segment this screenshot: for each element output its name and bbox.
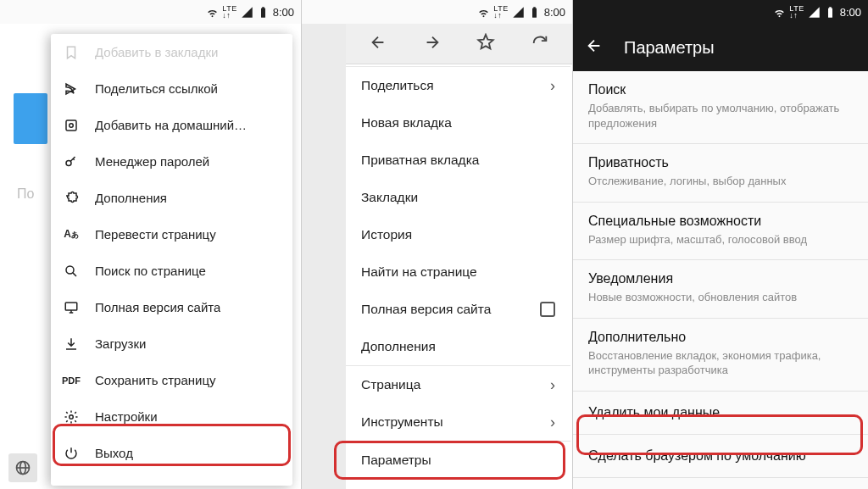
settings-section[interactable]: Специальные возможностиРазмер шрифта, ма… [573, 203, 868, 261]
network-indicator: LTE↓↑ [493, 5, 508, 19]
globe-button[interactable] [8, 453, 37, 482]
search-page-icon [63, 263, 80, 280]
settings-row[interactable]: Удалить мои данные [573, 392, 868, 435]
menu-item-home-add[interactable]: Добавить на домашний… [51, 107, 292, 143]
search-peek: По [17, 186, 34, 202]
section-subtitle: Новые возможности, обновления сайтов [588, 290, 853, 305]
battery-icon [824, 6, 837, 19]
menu-item-label: Настройки [95, 409, 158, 424]
section-subtitle: Отслеживание, логины, выбор данных [588, 174, 853, 189]
menu-item-label: Добавить на домашний… [95, 118, 247, 132]
menu-item-bookmark-outline[interactable]: Добавить в закладки [51, 34, 292, 70]
settings-section[interactable]: УведомленияНовые возможности, обновления… [573, 260, 868, 319]
menu-row[interactable]: Поделиться› [346, 67, 570, 104]
status-bar: LTE↓↑ 8:00 [302, 0, 572, 24]
menu-item-label: Менеджер паролей [95, 154, 209, 169]
share-icon [63, 81, 80, 97]
menu-row-label: Инструменты [361, 414, 443, 430]
screenshot-1: LTE↓↑ 8:00 По Добавить в закладкиПоделит… [0, 0, 302, 489]
star-icon [476, 33, 495, 52]
svg-point-5 [66, 266, 74, 274]
back-button[interactable] [351, 33, 405, 55]
bookmark-button[interactable] [459, 33, 514, 55]
gear-icon [63, 408, 80, 425]
menu-item-translate[interactable]: AあПеревести страницу [51, 216, 292, 253]
reload-button[interactable] [513, 33, 567, 55]
menu-row-label: Полная версия сайта [361, 302, 491, 317]
browser-menu-list: Поделиться›Новая вкладкаПриватная вкладк… [346, 66, 570, 489]
wifi-icon [773, 6, 786, 19]
key-icon [63, 153, 80, 170]
left-gutter [302, 24, 346, 489]
menu-row-label: Приватная вкладка [361, 153, 479, 168]
menu-row-label: Новая вкладка [361, 115, 452, 131]
settings-row[interactable]: Mozilla Firefox [573, 478, 868, 489]
globe-icon [14, 459, 31, 476]
status-time: 8:00 [840, 6, 861, 19]
menu-row[interactable]: Параметры [346, 442, 570, 479]
section-title: Уведомления [588, 271, 853, 286]
signal-icon [808, 6, 821, 19]
pdf-icon: PDF [63, 372, 80, 389]
menu-row-label: История [361, 227, 412, 242]
menu-row[interactable]: Справка [346, 479, 570, 489]
menu-row[interactable]: Дополнения [346, 328, 570, 365]
menu-item-gear[interactable]: Настройки [51, 398, 292, 435]
menu-row[interactable]: Найти на странице [346, 253, 570, 291]
svg-point-7 [70, 414, 74, 419]
screenshot-3: LTE↓↑ 8:00 Параметры ПоискДобавлять, выб… [573, 0, 868, 489]
menu-row[interactable]: История [346, 216, 570, 253]
chevron-right-icon: › [550, 414, 555, 431]
settings-section[interactable]: ПриватностьОтслеживание, логины, выбор д… [573, 144, 868, 203]
settings-row[interactable]: Сделать браузером по умолчанию [573, 435, 868, 478]
svg-point-3 [70, 123, 74, 127]
menu-row[interactable]: Приватная вкладка [346, 142, 570, 179]
menu-item-search-page[interactable]: Поиск по странице [51, 253, 292, 289]
svg-point-4 [66, 160, 71, 165]
network-indicator: LTE↓↑ [222, 5, 236, 19]
menu-row[interactable]: Закладки [346, 179, 570, 216]
forward-button[interactable] [405, 33, 459, 55]
menu-row-label: Закладки [361, 190, 418, 205]
menu-item-key[interactable]: Менеджер паролей [51, 143, 292, 180]
back-button[interactable] [585, 36, 604, 58]
menu-item-share[interactable]: Поделиться ссылкой [51, 70, 292, 107]
menu-item-label: Полная версия сайта [95, 300, 220, 314]
settings-list: ПоискДобавлять, выбирать по умолчанию, о… [573, 71, 868, 489]
network-indicator: LTE↓↑ [789, 5, 804, 19]
settings-section[interactable]: ПоискДобавлять, выбирать по умолчанию, о… [573, 71, 868, 144]
settings-section[interactable]: ДополнительноВосстановление вкладок, эко… [573, 319, 868, 392]
menu-row-label: Поделиться [361, 78, 434, 93]
nav-toolbar [346, 24, 572, 64]
menu-row[interactable]: Полная версия сайта [346, 291, 570, 328]
home-add-icon [63, 117, 80, 134]
status-bar: LTE↓↑ 8:00 [0, 0, 301, 24]
menu-item-label: Загрузки [95, 336, 146, 351]
menu-item-label: Перевести страницу [95, 227, 216, 242]
menu-item-download[interactable]: Загрузки [51, 325, 292, 362]
arrow-left-icon [585, 36, 604, 55]
screenshot-2: LTE↓↑ 8:00 Поделиться›Новая вкладкаПрива… [302, 0, 573, 489]
section-subtitle: Добавлять, выбирать по умолчанию, отобра… [588, 101, 853, 131]
app-bar: Параметры [573, 24, 868, 71]
menu-item-label: Сохранить страницу [95, 373, 216, 387]
menu-item-desktop[interactable]: Полная версия сайта [51, 289, 292, 325]
menu-row[interactable]: Инструменты› [346, 403, 570, 441]
menu-item-label: Добавить в закладки [95, 45, 218, 59]
wifi-icon [477, 6, 490, 19]
menu-row-label: Страница [361, 377, 420, 392]
wifi-icon [206, 6, 219, 19]
menu-item-label: Поиск по странице [95, 264, 206, 278]
chevron-right-icon: › [550, 77, 555, 95]
menu-item-puzzle[interactable]: Дополнения [51, 180, 292, 216]
menu-row[interactable]: Новая вкладка [346, 104, 570, 142]
status-bar: LTE↓↑ 8:00 [573, 0, 868, 24]
checkbox[interactable] [540, 302, 555, 317]
download-icon [63, 336, 80, 353]
status-time: 8:00 [273, 6, 294, 19]
menu-item-pdf[interactable]: PDFСохранить страницу [51, 362, 292, 398]
bookmark-outline-icon [63, 44, 80, 61]
menu-item-power[interactable]: Выход [51, 435, 292, 471]
menu-row[interactable]: Страница› [346, 366, 570, 403]
section-title: Приватность [588, 155, 853, 170]
